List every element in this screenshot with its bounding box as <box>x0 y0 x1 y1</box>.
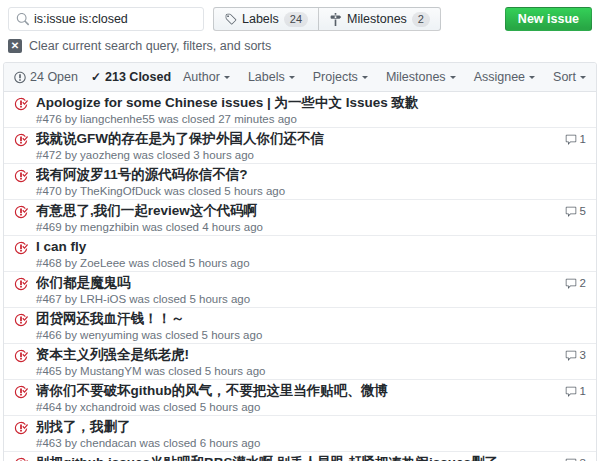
issue-row: 团贷网还我血汗钱！！～ #466 by wenyuming was closed… <box>4 308 596 344</box>
filter-dropdowns: Author Labels Projects Milestones Assign… <box>183 70 586 84</box>
issue-meta: #464 by xchandroid was closed 5 hours ag… <box>36 401 546 413</box>
chevron-down-icon <box>450 76 456 82</box>
issue-closed-icon <box>14 167 31 197</box>
issue-row: 请你们不要破坏github的风气，不要把这里当作贴吧、微博 #464 by xc… <box>4 380 596 416</box>
filter-dropdown-sort[interactable]: Sort <box>553 70 586 84</box>
issue-title-link[interactable]: 你们都是魔鬼吗 <box>36 275 546 291</box>
milestones-count-badge: 2 <box>412 12 430 27</box>
tab-open-label: 24 Open <box>30 70 78 84</box>
issue-row: Apologize for some Chinese issues | 为一些中… <box>4 92 596 128</box>
issue-meta: #470 by TheKingOfDuck was closed 5 hours… <box>36 185 586 197</box>
issue-title-link[interactable]: I can fly <box>36 239 586 255</box>
filter-dropdown-projects[interactable]: Projects <box>313 70 368 84</box>
comment-icon <box>565 134 577 146</box>
issue-meta: #465 by MustangYM was closed 5 hours ago <box>36 365 546 377</box>
comment-icon <box>565 206 577 218</box>
comment-icon <box>565 350 577 362</box>
issue-closed-icon <box>14 131 31 161</box>
issue-meta: #468 by ZoeLeee was closed 5 hours ago <box>36 257 586 269</box>
issue-title-link[interactable]: 我有阿波罗11号的源代码你信不信? <box>36 167 586 183</box>
issue-meta: #469 by mengzhibin was closed 4 hours ag… <box>36 221 546 233</box>
filter-labels-label: Labels <box>248 70 285 84</box>
chevron-down-icon <box>529 76 535 82</box>
issue-title-link[interactable]: 请你们不要破坏github的风气，不要把这里当作贴吧、微博 <box>36 383 546 399</box>
issue-meta: #463 by chendacan was closed 6 hours ago <box>36 437 586 449</box>
comment-icon <box>565 278 577 290</box>
search-input[interactable] <box>34 12 196 26</box>
tag-icon <box>224 13 237 26</box>
issues-list: Apologize for some Chinese issues | 为一些中… <box>4 92 596 461</box>
labels-milestones-group: Labels 24 Milestones 2 <box>213 7 441 31</box>
milestones-button-label: Milestones <box>347 12 407 26</box>
tab-closed-issues[interactable]: ✓ 213 Closed <box>91 70 171 84</box>
filter-dropdown-labels[interactable]: Labels <box>248 70 295 84</box>
issue-meta: #467 by LRH-iOS was closed 5 hours ago <box>36 293 546 305</box>
issue-opened-icon <box>14 71 26 84</box>
issue-title-link[interactable]: 资本主义列强全是纸老虎! <box>36 347 546 363</box>
tab-open-issues[interactable]: 24 Open <box>14 70 78 84</box>
issue-title-link[interactable]: 别找了，我删了 <box>36 419 586 435</box>
issue-row: 有意思了,我们一起review这个代码啊 #469 by mengzhibin … <box>4 200 596 236</box>
labels-button-label: Labels <box>242 12 279 26</box>
issue-comments-link[interactable]: 3 <box>546 347 586 377</box>
chevron-down-icon <box>224 76 230 82</box>
check-icon: ✓ <box>91 71 101 83</box>
issue-meta: #466 by wenyuming was closed 5 hours ago <box>36 329 586 341</box>
issue-title-link[interactable]: 别把github issues当贴吧和BBS灌水啊 别丢人显眼 赶紧把凑热闹is… <box>36 455 546 461</box>
issue-title-link[interactable]: 我就说GFW的存在是为了保护外国人你们还不信 <box>36 131 546 147</box>
comment-count: 3 <box>580 349 586 361</box>
milestones-button[interactable]: Milestones 2 <box>319 7 441 31</box>
issue-title-link[interactable]: 有意思了,我们一起review这个代码啊 <box>36 203 546 219</box>
issue-row: 你们都是魔鬼吗 #467 by LRH-iOS was closed 5 hou… <box>4 272 596 308</box>
issue-row: 我就说GFW的存在是为了保护外国人你们还不信 #472 by yaozheng … <box>4 128 596 164</box>
issue-closed-icon <box>14 311 31 341</box>
comment-count: 1 <box>580 133 586 145</box>
filter-assignee-label: Assignee <box>474 70 525 84</box>
clear-filters-link[interactable]: ✕ Clear current search query, filters, a… <box>8 39 271 53</box>
milestone-icon <box>329 13 342 26</box>
issue-closed-icon <box>14 347 31 377</box>
issue-row: 别找了，我删了 #463 by chendacan was closed 6 h… <box>4 416 596 452</box>
chevron-down-icon <box>580 76 586 82</box>
chevron-down-icon <box>362 76 368 82</box>
search-icon <box>16 13 29 26</box>
issue-row: 资本主义列强全是纸老虎! #465 by MustangYM was close… <box>4 344 596 380</box>
issue-title-link[interactable]: Apologize for some Chinese issues | 为一些中… <box>36 95 586 111</box>
comment-count: 2 <box>580 277 586 289</box>
filter-dropdown-author[interactable]: Author <box>183 70 230 84</box>
filter-dropdown-assignee[interactable]: Assignee <box>474 70 535 84</box>
new-issue-button[interactable]: New issue <box>505 7 592 31</box>
issue-closed-icon <box>14 203 31 233</box>
tab-closed-label: 213 Closed <box>105 70 171 84</box>
issue-row: I can fly #468 by ZoeLeee was closed 5 h… <box>4 236 596 272</box>
issue-closed-icon <box>14 455 31 461</box>
close-icon: ✕ <box>8 39 22 53</box>
labels-button[interactable]: Labels 24 <box>213 7 319 31</box>
issue-title-link[interactable]: 团贷网还我血汗钱！！～ <box>36 311 586 327</box>
issue-closed-icon <box>14 275 31 305</box>
filter-sort-label: Sort <box>553 70 576 84</box>
issue-comments-link[interactable]: 3 <box>546 455 586 461</box>
issues-list-container: 24 Open ✓ 213 Closed Author Labels Proje… <box>3 62 597 461</box>
clear-filters-label: Clear current search query, filters, and… <box>29 39 271 53</box>
chevron-down-icon <box>289 76 295 82</box>
issue-comments-link[interactable]: 2 <box>546 275 586 305</box>
issue-comments-link[interactable]: 1 <box>546 131 586 161</box>
filter-milestones-label: Milestones <box>386 70 446 84</box>
issue-closed-icon <box>14 419 31 449</box>
issue-closed-icon <box>14 383 31 413</box>
issue-closed-icon <box>14 95 31 125</box>
comment-icon <box>565 386 577 398</box>
issue-comments-link[interactable]: 5 <box>546 203 586 233</box>
issues-search-box <box>8 7 204 31</box>
comment-count: 5 <box>580 205 586 217</box>
comment-count: 3 <box>580 457 586 461</box>
issue-row: 别把github issues当贴吧和BBS灌水啊 别丢人显眼 赶紧把凑热闹is… <box>4 452 596 461</box>
filter-dropdown-milestones[interactable]: Milestones <box>386 70 456 84</box>
filter-projects-label: Projects <box>313 70 358 84</box>
issue-comments-link[interactable]: 1 <box>546 383 586 413</box>
issues-list-header: 24 Open ✓ 213 Closed Author Labels Proje… <box>4 63 596 92</box>
issue-meta: #472 by yaozheng was closed 3 hours ago <box>36 149 546 161</box>
labels-count-badge: 24 <box>284 12 308 27</box>
issue-closed-icon <box>14 239 31 269</box>
